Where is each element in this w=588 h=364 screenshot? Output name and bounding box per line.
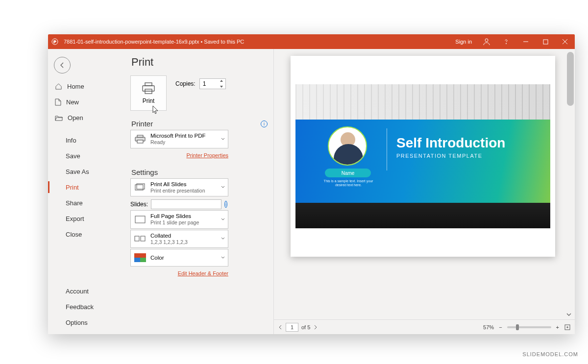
sample-text: This is a sample text. Insert your desir…	[319, 179, 378, 188]
chevron-down-icon	[221, 256, 225, 260]
nav-print[interactable]: Print	[48, 179, 122, 195]
name-pill: Name	[325, 169, 371, 177]
help-icon[interactable]	[496, 34, 516, 49]
zoom-level: 57%	[483, 324, 494, 330]
close-button[interactable]	[555, 34, 575, 49]
next-page-button[interactable]	[313, 325, 318, 330]
watermark: SLIDEMODEL.COM	[522, 351, 578, 357]
zoom-out-button[interactable]: −	[497, 324, 504, 330]
fit-to-window-button[interactable]	[564, 324, 571, 331]
nav-label: Save	[66, 152, 80, 160]
maximize-button[interactable]	[536, 34, 555, 49]
vertical-scrollbar[interactable]	[567, 52, 574, 106]
scope-main-label: Print All Slides	[150, 181, 205, 188]
nav-close[interactable]: Close	[48, 226, 122, 242]
nav-label: New	[66, 98, 79, 106]
print-scope-dropdown[interactable]: Print All Slides Print entire presentati…	[130, 178, 228, 197]
svg-rect-16	[135, 216, 145, 223]
nav-label: Options	[66, 319, 88, 326]
printer-properties-link[interactable]: Printer Properties	[186, 152, 228, 158]
color-swatch-icon	[134, 252, 147, 263]
color-dropdown[interactable]: Color	[130, 249, 228, 267]
preview-statusbar: 1 of 5 57% − +	[274, 319, 575, 334]
nav-feedback[interactable]: Feedback	[48, 299, 122, 315]
nav-account[interactable]: Account	[48, 283, 122, 299]
copies-input[interactable]: 1	[199, 78, 226, 89]
settings-heading: Settings	[131, 168, 269, 176]
svg-rect-9	[145, 83, 152, 86]
zoom-slider[interactable]	[507, 326, 551, 328]
svg-rect-5	[543, 40, 548, 44]
nav-home[interactable]: Home	[48, 78, 122, 94]
printer-status: Ready	[150, 139, 205, 146]
back-button[interactable]	[54, 57, 71, 73]
scroll-down-icon[interactable]	[566, 312, 572, 317]
copies-value: 1	[203, 80, 206, 87]
nav-label: Print	[66, 184, 79, 191]
copies-control: Copies: 1	[175, 78, 226, 89]
collate-icon	[134, 233, 147, 244]
copies-label: Copies:	[175, 80, 196, 87]
svg-rect-12	[137, 135, 143, 137]
printer-name: Microsoft Print to PDF	[150, 132, 205, 139]
svg-point-2	[485, 39, 488, 42]
svg-rect-13	[137, 140, 143, 143]
nav-label: Share	[66, 199, 83, 207]
nav-new[interactable]: New	[48, 94, 122, 110]
printer-heading: Printer i	[131, 120, 269, 128]
fullpage-icon	[134, 214, 147, 225]
svg-point-3	[506, 43, 506, 44]
nav-label: Close	[66, 231, 82, 238]
nav-open[interactable]: Open	[48, 110, 122, 125]
page-total-label: of 5	[301, 324, 310, 330]
nav-share[interactable]: Share	[48, 195, 122, 211]
layout-dropdown[interactable]: Full Page Slides Print 1 slide per page	[130, 210, 228, 229]
signin-link[interactable]: Sign in	[455, 39, 472, 45]
zoom-in-button[interactable]: +	[554, 324, 561, 330]
nav-info[interactable]: Info	[48, 132, 122, 148]
preview-viewport[interactable]: Name This is a sample text. Insert your …	[274, 49, 575, 319]
nav-label: Info	[66, 137, 76, 144]
print-button-label: Print	[143, 97, 155, 104]
svg-rect-18	[141, 236, 145, 241]
svg-rect-17	[135, 236, 139, 241]
svg-text:P: P	[53, 40, 56, 44]
prev-page-button[interactable]	[278, 325, 283, 330]
home-icon	[55, 83, 62, 90]
cursor-icon	[152, 105, 159, 114]
printer-icon	[141, 82, 156, 95]
avatar	[328, 126, 367, 166]
collate-dropdown[interactable]: Collated 1,2,3 1,2,3 1,2,3	[130, 230, 228, 248]
nav-export[interactable]: Export	[48, 211, 122, 226]
print-button[interactable]: Print	[130, 75, 167, 111]
printer-info-icon[interactable]: i	[261, 121, 268, 127]
slides-info-icon[interactable]: i	[224, 201, 227, 208]
chevron-down-icon	[221, 185, 225, 189]
chevron-down-icon	[221, 237, 225, 241]
nav-options[interactable]: Options	[48, 315, 122, 330]
app-window: P 7881-01-self-introduction-powerpoint-t…	[48, 34, 575, 334]
edit-header-footer-link[interactable]: Edit Header & Footer	[178, 270, 228, 276]
account-icon[interactable]	[477, 34, 496, 49]
printer-device-icon	[134, 134, 147, 145]
chevron-down-icon	[221, 137, 225, 141]
page-number-input[interactable]: 1	[286, 323, 298, 332]
copies-spinner[interactable]	[220, 79, 224, 88]
slide-title: Self Introduction	[396, 135, 505, 151]
nav-saveas[interactable]: Save As	[48, 164, 122, 179]
document-icon	[55, 98, 61, 106]
layout-sub-label: Print 1 slide per page	[150, 219, 199, 226]
svg-rect-8	[143, 86, 154, 91]
app-icon: P	[48, 38, 62, 45]
printer-dropdown[interactable]: Microsoft Print to PDF Ready	[130, 130, 228, 148]
slides-range-input[interactable]	[151, 199, 221, 209]
print-settings-panel: Print Print Copies: 1	[122, 49, 273, 334]
nav-save[interactable]: Save	[48, 148, 122, 164]
backstage-body: Home New Open Info Save Save As Print Sh…	[48, 49, 575, 334]
divider-line	[387, 128, 387, 170]
document-title: 7881-01-self-introduction-powerpoint-tem…	[64, 39, 244, 45]
minimize-button[interactable]	[516, 34, 536, 49]
nav-label: Save As	[66, 168, 89, 175]
slide-subtitle: PRESENTATION TEMPLATE	[396, 153, 483, 159]
preview-panel: Name This is a sample text. Insert your …	[273, 49, 575, 334]
